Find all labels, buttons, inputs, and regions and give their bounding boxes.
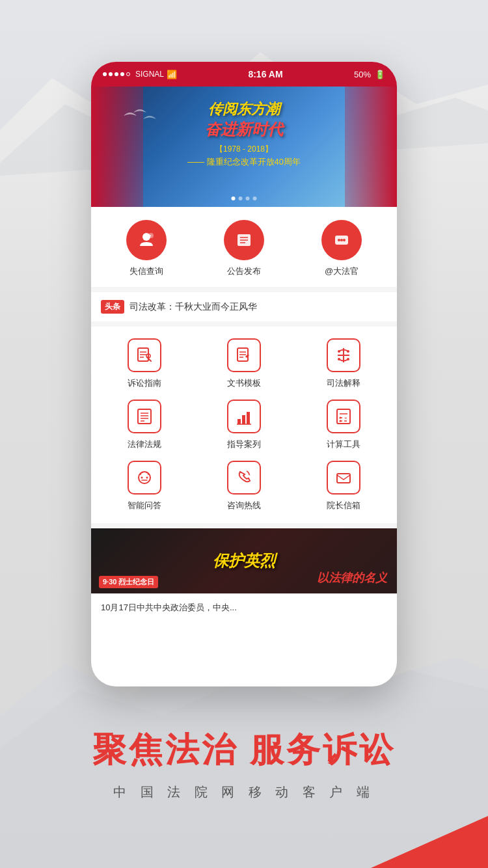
svg-point-8 [338,239,340,241]
svg-rect-35 [337,409,350,424]
hotline-icon [227,461,261,495]
svg-text:×: × [344,415,347,421]
quick-item-credit[interactable]: ? 失信查询 [107,220,185,277]
svg-text:?: ? [149,234,152,238]
dot-5 [126,72,130,76]
dot-1 [103,72,107,76]
service-mailbox[interactable]: 院长信箱 [305,461,383,511]
judicial-interp-icon [327,338,360,372]
services-grid: 诉讼指南 文书模板 司法解释 [91,327,397,523]
credit-icon: ? [126,220,167,260]
hotline-label: 咨询热线 [227,500,261,511]
litigation-guide-icon [128,338,161,372]
notice-icon [224,220,264,260]
svg-point-9 [340,239,343,241]
law-reg-icon [128,400,161,433]
service-hotline[interactable]: 咨询热线 [205,461,283,511]
status-bar: SIGNAL 📶 8:16 AM 50% 🔋 [91,62,397,87]
quick-access-row: ? 失信查询 公告发布 @大法官 [91,207,397,287]
tagline-main: 聚焦法治 服务诉讼 [92,727,396,773]
judge-label: @大法官 [325,265,359,277]
litigation-guide-label: 诉讼指南 [128,377,161,389]
ad-sub-text: 以法律的名义 [317,570,387,586]
svg-rect-32 [242,415,245,424]
battery-icon: 🔋 [375,70,385,79]
svg-rect-31 [237,419,241,424]
bottom-section: 聚焦法治 服务诉讼 中 国 法 院 网 移 动 客 户 端 [0,660,488,868]
service-law-reg[interactable]: 法律法规 [105,400,183,450]
ad-banner[interactable]: 保护英烈 9·30 烈士纪念日 以法律的名义 [91,528,397,593]
banner-dots [232,197,257,200]
services-row-1: 诉讼指南 文书模板 司法解释 [91,333,397,394]
news-ticker[interactable]: 头条 司法改革：千秋大业而今正风华 [91,292,397,321]
law-reg-label: 法律法规 [128,439,161,450]
news-text: 10月17日中共中央政治委员，中央... [101,603,237,612]
dot-2 [239,197,243,200]
calc-tool-icon: × [327,400,360,433]
guide-case-label: 指导案列 [227,439,261,450]
service-guide-case[interactable]: 指导案列 [205,400,283,450]
mailbox-label: 院长信箱 [327,500,360,511]
ai-qa-label: 智能问答 [128,500,161,511]
guide-case-icon [227,400,261,433]
services-row-3: 智能问答 咨询热线 院长信箱 [91,455,397,517]
ad-main-text: 保护英烈 [213,550,275,571]
time-display: 8:16 AM [248,69,282,79]
doc-template-label: 文书模板 [227,377,261,389]
signal-label: SIGNAL [135,70,164,79]
service-ai-qa[interactable]: 智能问答 [105,461,183,511]
svg-point-24 [338,358,340,360]
judge-icon [321,220,362,260]
ai-qa-icon [128,461,161,495]
svg-point-22 [338,350,340,353]
credit-label: 失信查询 [129,265,163,277]
service-litigation-guide[interactable]: 诉讼指南 [105,338,183,389]
content-area: ? 失信查询 公告发布 @大法官 头条 司法改革：千秋大业而今正风华 [91,207,397,621]
dot-2 [109,72,113,76]
banner-title1: 传阅东方潮 [91,100,397,119]
dot-3 [115,72,118,76]
svg-rect-33 [247,412,250,424]
svg-point-10 [343,239,346,241]
ticker-text: 司法改革：千秋大业而今正风华 [129,301,257,313]
banner-year: 【1978 - 2018】 [91,144,397,155]
ad-badge: 9·30 烈士纪念日 [99,576,158,588]
battery-label: 50% [354,70,371,79]
ticker-tag: 头条 [101,300,124,314]
svg-point-44 [141,477,142,479]
mailbox-icon [327,461,360,495]
dot-1 [232,197,236,200]
banner-title2: 奋进新时代 [91,119,397,140]
banner[interactable]: 传阅东方潮 奋进新时代 【1978 - 2018】 —— 隆重纪念改革开放40周… [91,87,397,207]
dot-4 [120,72,124,76]
banner-content: 传阅东方潮 奋进新时代 【1978 - 2018】 —— 隆重纪念改革开放40周… [91,100,397,168]
service-doc-template[interactable]: 文书模板 [205,338,283,389]
status-right: 50% 🔋 [354,70,385,79]
quick-item-notice[interactable]: 公告发布 [205,220,283,277]
tagline-sub: 中 国 法 院 网 移 动 客 户 端 [113,783,375,801]
service-judicial-interp[interactable]: 司法解释 [305,338,383,389]
services-row-2: 法律法规 指导案列 × 计算工具 [91,394,397,455]
wifi-icon: 📶 [167,70,177,79]
quick-item-judge[interactable]: @大法官 [303,220,381,277]
service-calc-tool[interactable]: × 计算工具 [305,400,383,450]
news-item[interactable]: 10月17日中共中央政治委员，中央... [91,593,397,621]
judicial-interp-label: 司法解释 [327,377,360,389]
signal-dots [103,72,130,76]
phone-frame: SIGNAL 📶 8:16 AM 50% 🔋 传阅东方潮 奋进新时代 【1978… [91,62,397,686]
svg-rect-47 [337,474,350,483]
svg-point-23 [347,350,349,353]
status-left: SIGNAL 📶 [103,70,177,79]
doc-template-icon [227,338,261,372]
svg-point-45 [146,477,148,479]
dot-4 [253,197,257,200]
banner-desc: —— 隆重纪念改革开放40周年 [91,156,397,168]
svg-point-25 [347,358,349,360]
dot-3 [246,197,250,200]
calc-tool-label: 计算工具 [327,439,360,450]
notice-label: 公告发布 [227,265,261,277]
